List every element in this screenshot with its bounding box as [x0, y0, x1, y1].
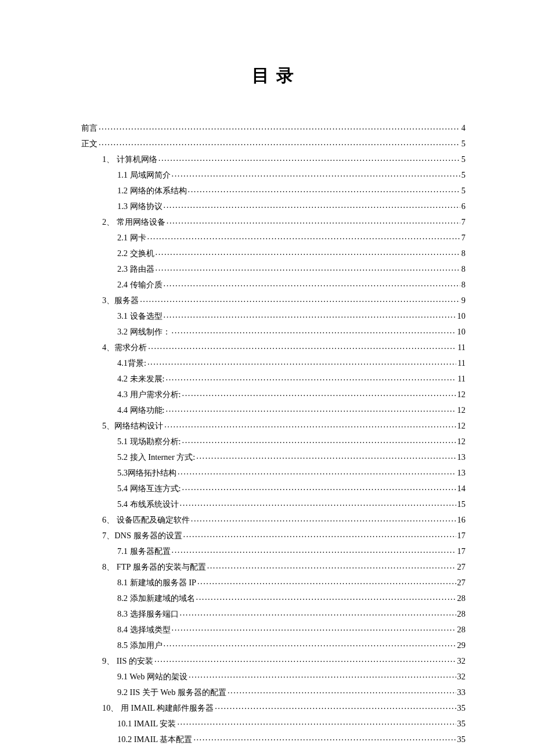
- toc-page-number: 11: [457, 359, 466, 367]
- toc-text: 正文: [81, 139, 98, 148]
- toc-leader-dots: [189, 671, 456, 679]
- toc-number: 1.3: [117, 202, 128, 210]
- toc-entry: 5.2 接入 Interner 方式:13: [81, 452, 466, 462]
- toc-label: 1、 计算机网络: [102, 155, 157, 163]
- toc-leader-dots: [196, 452, 456, 460]
- toc-leader-dots: [148, 342, 456, 350]
- toc-page-number: 9: [461, 296, 466, 304]
- toc-entry: 7.1 服务器配置17: [81, 546, 466, 556]
- toc-label: 8.2 添加新建域的域名: [117, 594, 195, 602]
- toc-entry: 8.4 选择域类型28: [81, 624, 466, 634]
- toc-page-number: 13: [457, 469, 466, 477]
- toc-label: 10.2 IMAIL 基本配置: [117, 735, 192, 743]
- toc-number: 8.2: [117, 594, 128, 602]
- toc-label: 3、服务器: [102, 296, 139, 304]
- toc-number: 2.3: [117, 265, 128, 273]
- toc-number: 10.2: [117, 735, 132, 743]
- toc-label: 4.4 网络功能:: [117, 406, 165, 414]
- toc-label: 7、DNS 服务器的设置: [102, 531, 182, 539]
- toc-entry: 2、 常用网络设备7: [81, 217, 466, 226]
- toc-label: 8.1 新建域的服务器 IP: [117, 578, 196, 586]
- toc-text: 接入 Interner 方式:: [128, 452, 195, 462]
- toc-label: 7.1 服务器配置: [117, 547, 171, 555]
- toc-text: 9.2 IIS 关于 Web 服务器的配置: [117, 687, 226, 697]
- toc-label: 5.4 布线系统设计: [117, 500, 179, 508]
- toc-label: 2.4 传输介质: [117, 280, 163, 289]
- toc-number: 3、: [102, 296, 114, 304]
- toc-page-number: 10: [457, 312, 466, 320]
- toc-entry: 7、DNS 服务器的设置17: [81, 530, 466, 540]
- toc-page-number: 33: [457, 688, 466, 696]
- toc-page-number: 17: [457, 531, 466, 539]
- toc-page-number: 8: [461, 249, 466, 257]
- toc-page-number: 5: [461, 155, 466, 163]
- toc-leader-dots: [99, 138, 460, 146]
- toc-number: 7.1: [117, 547, 128, 555]
- toc-number: 8、: [102, 563, 114, 571]
- toc-entry: 4.3 用户需求分析:12: [81, 389, 466, 399]
- table-of-contents: 前言4正文51、 计算机网络51.1 局域网简介51.2 网络的体系结构51.3…: [81, 123, 466, 743]
- toc-page-number: 8: [461, 280, 466, 289]
- toc-entry: 2.3 路由器8: [81, 264, 466, 273]
- toc-leader-dots: [172, 624, 456, 632]
- toc-label: 2.3 路由器: [117, 265, 154, 273]
- toc-leader-dots: [207, 561, 456, 570]
- toc-leader-dots: [147, 358, 456, 366]
- toc-text: 选择域类型: [128, 625, 171, 634]
- toc-leader-dots: [196, 593, 456, 601]
- toc-text: 设备匹配及确定软件: [114, 515, 190, 524]
- toc-page-number: 32: [457, 672, 466, 681]
- toc-label: 10、 用 IMAIL 构建邮件服务器: [102, 704, 214, 712]
- toc-entry: 10.2 IMAIL 基本配置35: [81, 733, 466, 743]
- toc-entry: 4.2 未来发展:11: [81, 373, 466, 383]
- toc-text: 现场勘察分析:: [128, 437, 181, 446]
- toc-leader-dots: [182, 483, 456, 491]
- toc-entry: 3.2 网线制作：10: [81, 326, 466, 336]
- toc-label: 2、 常用网络设备: [102, 218, 165, 226]
- toc-page-number: 28: [457, 594, 466, 602]
- toc-text: 用 IMAIL 构建邮件服务器: [118, 703, 214, 712]
- toc-label: 9.2 IIS 关于 Web 服务器的配置: [117, 688, 226, 696]
- toc-text: 添加新建域的域名: [128, 593, 195, 603]
- toc-label: 4.2 未来发展:: [117, 375, 165, 383]
- toc-label: 5.1 现场勘察分析:: [117, 437, 181, 445]
- toc-text: Web 网站的架设: [128, 672, 187, 681]
- toc-text: IIS 的安装: [114, 656, 153, 665]
- toc-text: 需求分析: [114, 343, 147, 352]
- toc-text: 网络互连方式:: [128, 484, 181, 493]
- toc-page-number: 32: [457, 657, 466, 665]
- toc-text: 路由器: [128, 264, 154, 273]
- toc-leader-dots: [191, 514, 456, 523]
- toc-label: 6、 设备匹配及确定软件: [102, 516, 190, 524]
- toc-page-number: 15: [457, 500, 466, 508]
- toc-page-number: 13: [457, 453, 466, 461]
- toc-entry: 4.4 网络功能:12: [81, 405, 466, 415]
- toc-entry: 9.1 Web 网站的架设32: [81, 671, 466, 681]
- toc-entry: 4、需求分析11: [81, 342, 466, 352]
- toc-page-number: 11: [457, 343, 466, 351]
- toc-leader-dots: [164, 420, 456, 429]
- toc-page-number: 5: [461, 139, 466, 147]
- toc-entry: 1.1 局域网简介5: [81, 170, 466, 179]
- toc-page-number: 27: [457, 563, 466, 571]
- toc-text: DNS 服务器的设置: [114, 531, 182, 540]
- toc-text: 网络功能:: [128, 405, 165, 415]
- toc-number: 5.2: [117, 453, 128, 461]
- page-title: 目 录: [81, 64, 466, 88]
- toc-leader-dots: [197, 577, 456, 585]
- toc-leader-dots: [193, 733, 456, 741]
- toc-label: 9.1 Web 网站的架设: [117, 672, 187, 681]
- toc-page-number: 11: [457, 375, 466, 383]
- toc-text: 局域网简介: [128, 170, 171, 179]
- toc-entry: 8、 FTP 服务器的安装与配置27: [81, 561, 466, 571]
- toc-text: 布线系统设计: [128, 499, 179, 509]
- toc-label: 5.2 接入 Interner 方式:: [117, 453, 195, 461]
- toc-number: 2.4: [117, 280, 128, 289]
- toc-text: IMAIL 基本配置: [132, 735, 192, 744]
- toc-label: 4、需求分析: [102, 343, 147, 351]
- toc-leader-dots: [164, 639, 456, 647]
- toc-number: 6、: [102, 516, 114, 524]
- toc-entry: 6、 设备匹配及确定软件16: [81, 514, 466, 524]
- toc-leader-dots: [154, 655, 456, 663]
- toc-text: 服务器: [114, 296, 139, 305]
